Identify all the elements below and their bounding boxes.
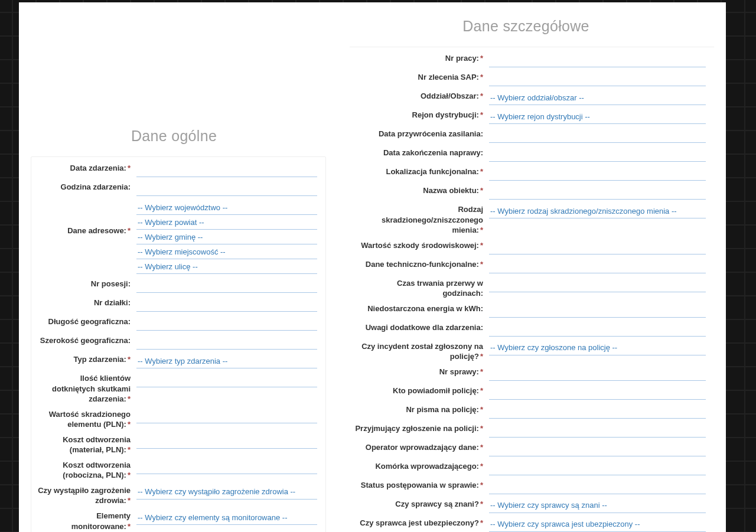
section-details: Dane szczegółowe Nr pracy:* Nr zlecenia … [350,2,726,532]
label-typ-zdarzenia: Typ zdarzenia:* [36,354,136,365]
label-nr-sap: Nr zlecenia SAP:* [354,72,489,83]
input-dane-tech[interactable] [489,259,706,273]
label-przyjmujacy: Przyjmujący zgłoszenie na policji:* [354,423,489,434]
input-godzina-zdarzenia[interactable] [136,182,317,196]
label-uwagi: Uwagi dodatkowe dla zdarzenia: [354,322,489,333]
label-data-zakonczenia: Data zakończenia naprawy: [354,148,489,158]
input-czas-przerwy[interactable] [489,278,706,292]
select-ulica[interactable] [136,260,317,274]
label-status: Status postępowania w sprawie:* [354,480,489,491]
input-energia-kwh[interactable] [489,303,706,318]
section-title-details: Dane szczegółowe [350,11,726,47]
label-dane-adresowe: Dane adresowe:* [36,201,136,236]
row-godzina-zdarzenia: Godzina zdarzenia: [36,179,321,198]
row-koszt-robocizna: Koszt odtworzenia (robocizna, PLN):* [36,458,321,483]
row-typ-zdarzenia: Typ zdarzenia:* [36,352,321,371]
input-nr-sprawy[interactable] [489,367,706,381]
input-data-przywrocenia[interactable] [489,129,706,143]
input-status[interactable] [489,480,706,494]
input-przyjmujacy[interactable] [489,423,706,438]
label-lokalizacja: Lokalizacja funkcjonalna:* [354,167,489,177]
select-oddzial[interactable] [489,91,706,105]
input-nazwa-obiektu[interactable] [489,185,706,200]
label-zagrozenie: Czy wystąpiło zagrożenie zdrowia:* [36,485,136,506]
label-szerokosc-geo: Szerokość geograficzna: [36,335,136,346]
label-zgloszono-policja: Czy incydent został zgłoszony na policję… [354,341,489,362]
main-panel: Dane ogólne Data zdarzenia:* Godzina zda… [19,2,726,532]
select-rejon[interactable] [489,110,706,124]
input-kto-powiadomil[interactable] [489,386,706,400]
row-data-zdarzenia: Data zdarzenia:* [36,161,321,179]
input-koszt-material[interactable] [136,435,317,449]
input-szerokosc-geo[interactable] [136,335,317,350]
label-koszt-material: Koszt odtworzenia (materiał, PLN):* [36,435,136,455]
form-details: Nr pracy:* Nr zlecenia SAP:* Oddział/Obs… [350,47,714,532]
input-data-zakonczenia[interactable] [489,148,706,162]
select-rodzaj-mienia[interactable] [489,204,706,218]
select-typ-zdarzenia[interactable] [136,354,317,368]
row-nr-posesji: Nr posesji: [36,276,321,295]
select-powiat[interactable] [136,216,317,230]
row-nr-dzialki: Nr działki: [36,295,321,314]
label-oddzial: Oddział/Obszar:* [354,91,489,102]
input-nr-pracy[interactable] [489,53,706,67]
label-nr-sprawy: Nr sprawy:* [354,367,489,377]
input-wartosc-szkody[interactable] [489,240,706,254]
select-sprawca-ubezp[interactable] [489,518,706,532]
row-ilosc-klientow: Ilość klientów dotkniętych skutkami zdar… [36,371,321,407]
select-wojewodztwo[interactable] [136,201,317,215]
select-monitorowane[interactable] [136,511,317,525]
select-zagrozenie[interactable] [136,485,317,500]
input-operator[interactable] [489,442,706,456]
label-koszt-robocizna: Koszt odtworzenia (robocizna, PLN):* [36,460,136,481]
label-data-zdarzenia: Data zdarzenia:* [36,163,136,174]
select-miejscowosc[interactable] [136,245,317,259]
label-komorka: Komórka wprowadzającego:* [354,461,489,472]
label-nazwa-obiektu: Nazwa obiektu:* [354,185,489,196]
label-ilosc-klientow: Ilość klientów dotkniętych skutkami zdar… [36,373,136,404]
select-gmina[interactable] [136,230,317,244]
input-ilosc-klientow[interactable] [136,373,317,387]
input-nr-sap[interactable] [489,72,706,86]
form-general: Data zdarzenia:* Godzina zdarzenia: Dane… [31,156,326,532]
input-wartosc-skradzionego[interactable] [136,409,317,423]
row-szerokosc-geo: Szerokość geograficzna: [36,333,321,352]
label-czas-przerwy: Czas trwania przerwy w godzinach: [354,278,489,299]
label-energia-kwh: Niedostarczona energia w kWh: [354,303,489,314]
section-title-general: Dane ogólne [19,120,350,156]
label-rejon: Rejon dystrybucji:* [354,110,489,120]
label-kto-powiadomil: Kto powiadomił policję:* [354,386,489,396]
label-nr-pracy: Nr pracy:* [354,53,489,64]
input-lokalizacja[interactable] [489,167,706,181]
label-wartosc-szkody: Wartość szkody środowiskowej:* [354,240,489,251]
label-operator: Operator wprowadzający dane:* [354,442,489,453]
input-komorka[interactable] [489,461,706,475]
label-godzina-zdarzenia: Godzina zdarzenia: [36,182,136,192]
select-zgloszono-policja[interactable] [489,341,706,355]
row-zagrozenie: Czy wystąpiło zagrożenie zdrowia:* [36,483,321,508]
input-nr-pisma[interactable] [489,404,706,419]
input-dlugosc-geo[interactable] [136,316,317,331]
input-data-zdarzenia[interactable] [136,163,317,177]
row-dlugosc-geo: Długość geograficzna: [36,314,321,333]
row-dane-adresowe: Dane adresowe:* [36,198,321,276]
row-monitorowane: Elementy monitorowane:* [36,508,321,532]
label-monitorowane: Elementy monitorowane:* [36,511,136,531]
label-nr-pisma: Nr pisma na policję:* [354,404,489,415]
input-koszt-robocizna[interactable] [136,460,317,474]
label-rodzaj-mienia: Rodzaj skradzionego/zniszczonego mienia:… [354,204,489,236]
row-wartosc-skradzionego: Wartość skradzionego elementu (PLN):* [36,407,321,432]
label-dlugosc-geo: Długość geograficzna: [36,316,136,327]
label-nr-posesji: Nr posesji: [36,279,136,289]
input-uwagi[interactable] [489,322,706,337]
input-nr-dzialki[interactable] [136,298,317,312]
row-koszt-material: Koszt odtworzenia (materiał, PLN):* [36,432,321,458]
label-sprawca-ubezp: Czy sprawca jest ubezpieczony?* [354,518,489,528]
label-dane-tech: Dane techniczno-funkcjonalne:* [354,259,489,270]
select-sprawcy-znani[interactable] [489,499,706,513]
section-general: Dane ogólne Data zdarzenia:* Godzina zda… [19,2,350,532]
label-wartosc-skradzionego: Wartość skradzionego elementu (PLN):* [36,409,136,430]
label-sprawcy-znani: Czy sprawcy są znani?* [354,499,489,510]
input-nr-posesji[interactable] [136,279,317,293]
label-data-przywrocenia: Data przywrócenia zasilania: [354,129,489,139]
